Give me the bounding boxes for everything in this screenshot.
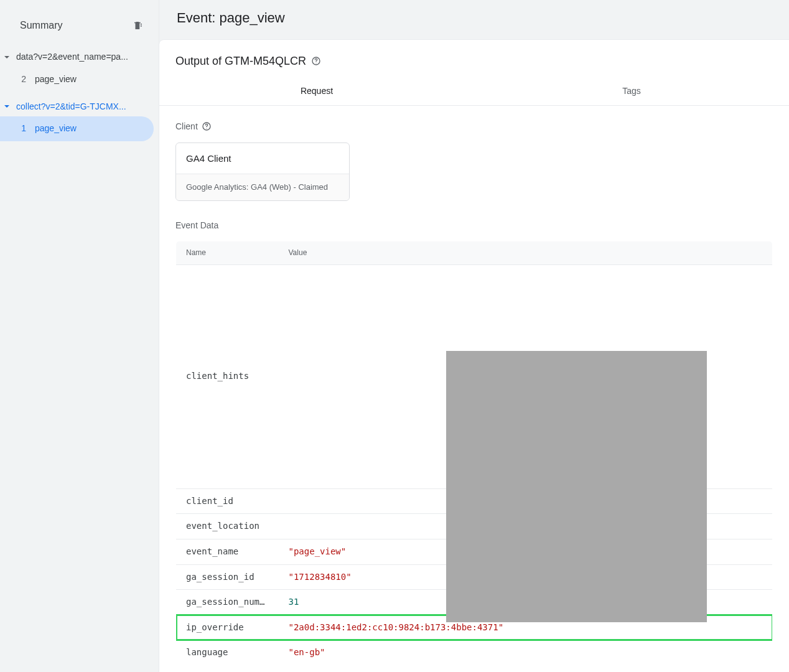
nav-item-index: 2	[17, 73, 26, 86]
sidebar-summary[interactable]: Summary	[0, 12, 159, 47]
cell-name: client_hints	[176, 264, 279, 488]
app-root: Summary data?v=2&event_name=pa... 2 page…	[0, 0, 789, 672]
caret-down-icon	[4, 54, 10, 60]
client-box[interactable]: GA4 Client Google Analytics: GA4 (Web) -…	[175, 142, 350, 201]
svg-point-3	[206, 128, 207, 129]
nav-item-pageview-1[interactable]: 1 page_view	[0, 116, 154, 141]
main: Event: page_view Output of GTM-M54QLCR R…	[159, 0, 789, 672]
nav-item-index: 1	[17, 123, 26, 135]
client-name: GA4 Client	[176, 143, 349, 174]
tab-tags[interactable]: Tags	[474, 78, 789, 105]
cell-name: event_location	[176, 514, 279, 539]
page-title: Event: page_view	[159, 0, 789, 39]
nav-group: data?v=2&event_name=pa... 2 page_view	[0, 47, 159, 96]
th-value: Value	[279, 241, 773, 264]
nav-group: collect?v=2&tid=G-TJCMX... 1 page_view	[0, 97, 159, 146]
tabs: Request Tags	[159, 78, 789, 106]
client-status: Google Analytics: GA4 (Web) - Claimed	[176, 174, 349, 200]
table-row: language"en-gb"	[176, 640, 773, 666]
nav-header-label: data?v=2&event_name=pa...	[16, 51, 152, 63]
clear-icon[interactable]	[133, 20, 144, 31]
tab-request[interactable]: Request	[159, 78, 474, 105]
output-card: Output of GTM-M54QLCR Request Tags Clien…	[159, 39, 789, 672]
cell-name: client_id	[176, 488, 279, 514]
output-header: Output of GTM-M54QLCR	[159, 40, 789, 69]
client-section-label: Client	[175, 121, 773, 133]
th-name: Name	[176, 241, 279, 264]
cell-value: "en-gb"	[279, 640, 773, 666]
svg-point-1	[316, 63, 317, 63]
nav-item-label: page_view	[35, 73, 77, 86]
cell-name: event_name	[176, 539, 279, 564]
redacted-overlay	[446, 351, 707, 622]
output-header-label: Output of GTM-M54QLCR	[175, 54, 306, 69]
nav-header-data[interactable]: data?v=2&event_name=pa...	[0, 47, 159, 67]
help-icon[interactable]	[202, 121, 212, 131]
cell-name: ip_override	[176, 615, 279, 640]
card-body: Client GA4 Client Google Analytics: GA4 …	[159, 106, 789, 666]
caret-down-icon	[4, 103, 10, 110]
event-data-label: Event Data	[175, 220, 773, 232]
nav-header-collect[interactable]: collect?v=2&tid=G-TJCMX...	[0, 97, 159, 117]
cell-name: ga_session_id	[176, 564, 279, 590]
summary-label: Summary	[20, 19, 62, 32]
cell-name: ga_session_number	[176, 590, 279, 615]
nav-item-pageview-2[interactable]: 2 page_view	[0, 67, 154, 92]
sidebar: Summary data?v=2&event_name=pa... 2 page…	[0, 0, 159, 672]
cell-name: language	[176, 640, 279, 666]
client-label: Client	[175, 121, 198, 133]
nav-item-label: page_view	[35, 123, 77, 135]
nav-header-label: collect?v=2&tid=G-TJCMX...	[16, 101, 152, 113]
help-icon[interactable]	[311, 56, 321, 66]
